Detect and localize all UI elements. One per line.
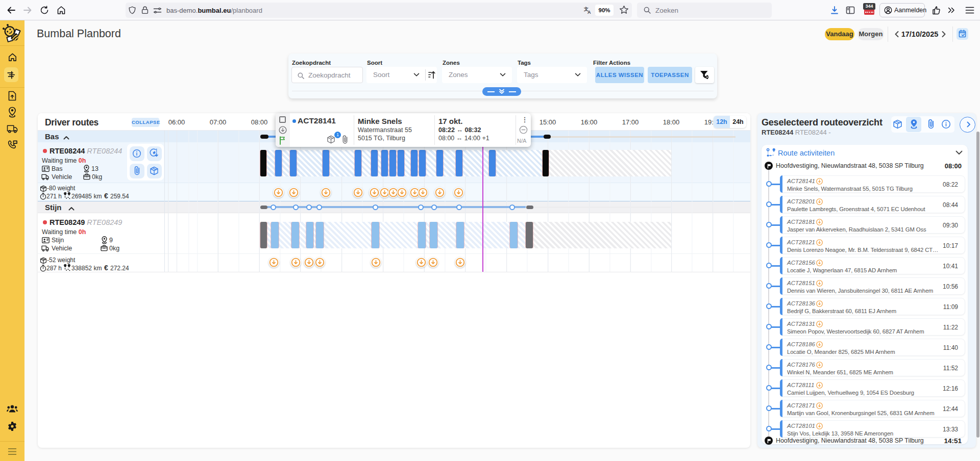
svg-text:A: A (587, 10, 591, 15)
